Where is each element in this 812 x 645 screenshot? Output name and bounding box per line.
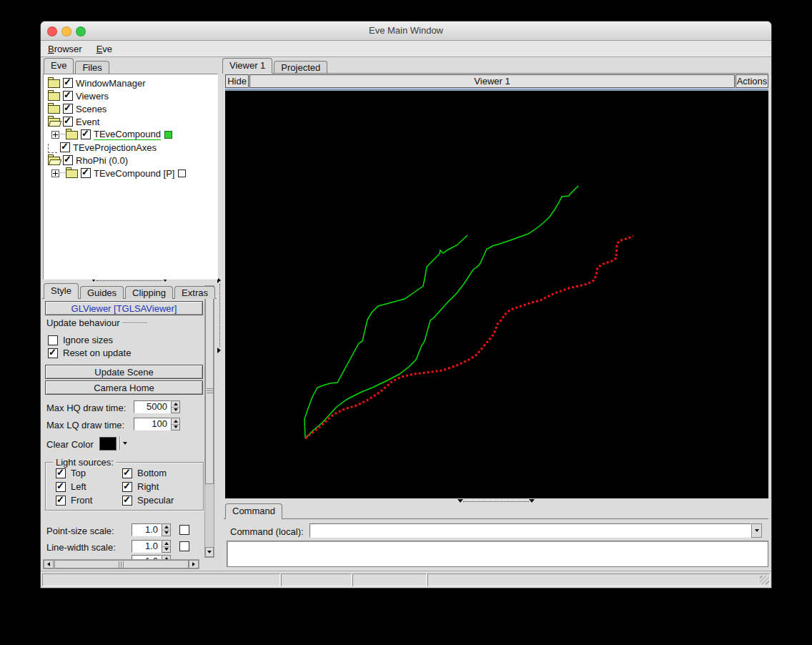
style-horizontal-scrollbar[interactable]: [43, 559, 199, 569]
checkbox-label: Front: [71, 495, 92, 506]
command-input[interactable]: [310, 523, 751, 538]
scroll-down-icon[interactable]: [205, 547, 214, 557]
hide-button[interactable]: Hide: [225, 74, 249, 88]
reset-on-update-checkbox[interactable]: Reset on update: [48, 348, 131, 358]
max-hq-input[interactable]: 5000: [134, 400, 171, 413]
point-size-label: Point-size scale:: [46, 526, 114, 536]
tree-item-checkbox[interactable]: [81, 129, 91, 139]
light-front-checkbox[interactable]: Front: [56, 495, 92, 506]
viewer-title-bar[interactable]: Viewer 1: [249, 74, 735, 88]
spin-up-icon[interactable]: [172, 418, 179, 425]
tree-item-viewers[interactable]: Viewers: [44, 89, 217, 102]
white-square-icon: [178, 169, 186, 177]
resize-grip-icon[interactable]: [760, 576, 769, 584]
actions-button[interactable]: Actions: [736, 74, 768, 88]
camera-home-button[interactable]: Camera Home: [45, 380, 203, 395]
spin-down-icon[interactable]: [162, 547, 170, 553]
color-dropdown-icon[interactable]: [123, 442, 127, 445]
expand-icon[interactable]: [51, 131, 59, 139]
checkbox-icon[interactable]: [56, 482, 66, 492]
checkbox-icon[interactable]: [122, 468, 132, 478]
spin-down-icon[interactable]: [172, 408, 179, 413]
tree-item-tevecompound-p[interactable]: TEveCompound [P]: [44, 167, 217, 179]
light-right-checkbox[interactable]: Right: [122, 481, 159, 492]
point-size-checkbox[interactable]: [179, 525, 189, 535]
light-left-checkbox[interactable]: Left: [56, 481, 86, 492]
menu-browser[interactable]: Browser: [41, 44, 89, 54]
ignore-sizes-checkbox[interactable]: Ignore sizes: [48, 335, 113, 345]
style-tabs: Style Guides Clipping Extras: [44, 284, 217, 299]
spin-down-icon[interactable]: [162, 531, 170, 536]
spin-up-icon[interactable]: [162, 524, 170, 531]
tree-item-rhophi[interactable]: RhoPhi (0.0): [44, 154, 217, 167]
clear-color-swatch[interactable]: [99, 437, 117, 450]
checkbox-icon[interactable]: [48, 348, 58, 358]
menu-eve[interactable]: Eve: [89, 44, 119, 54]
tab-projected[interactable]: Projected: [274, 61, 327, 74]
tab-style[interactable]: Style: [44, 283, 79, 299]
checkbox-icon[interactable]: [48, 335, 58, 345]
tab-guides[interactable]: Guides: [80, 286, 124, 299]
tree-item-checkbox[interactable]: [63, 155, 73, 165]
splitter-collapse-icon[interactable]: [457, 499, 463, 503]
spin-up-icon[interactable]: [172, 401, 179, 408]
tree-item-teveprojectionaxes[interactable]: TEveProjectionAxes: [44, 141, 217, 154]
tree-item-checkbox[interactable]: [63, 91, 73, 101]
checkbox-icon[interactable]: [56, 468, 66, 478]
focus-line: [225, 89, 768, 91]
tab-files[interactable]: Files: [75, 61, 109, 74]
max-hq-spinner[interactable]: [171, 400, 180, 413]
tree-item-event[interactable]: Event: [44, 115, 217, 128]
line-width-spinner[interactable]: [162, 540, 171, 553]
update-scene-button[interactable]: Update Scene: [45, 365, 203, 379]
spin-down-icon[interactable]: [172, 425, 179, 430]
tree-item-checkbox[interactable]: [81, 168, 91, 178]
spin-up-icon[interactable]: [162, 541, 170, 547]
scroll-right-icon[interactable]: [189, 560, 199, 568]
light-bottom-checkbox[interactable]: Bottom: [122, 468, 167, 478]
tree-item-label: Viewers: [76, 91, 109, 102]
command-output[interactable]: [227, 541, 768, 567]
tree-item-checkbox[interactable]: [63, 78, 73, 88]
tree-item-checkbox[interactable]: [63, 104, 73, 114]
glviewer-button[interactable]: GLViewer [TGLSAViewer]: [45, 301, 203, 315]
status-cell: [352, 573, 427, 586]
tab-command[interactable]: Command: [225, 503, 282, 519]
status-cell: [42, 573, 280, 586]
tree-item-checkbox[interactable]: [60, 142, 70, 152]
window-title: Eve Main Window: [41, 25, 771, 36]
checkbox-icon[interactable]: [122, 496, 132, 506]
light-specular-checkbox[interactable]: Specular: [122, 495, 174, 506]
checkbox-icon[interactable]: [56, 496, 66, 506]
checkbox-icon[interactable]: [122, 482, 132, 492]
splitter-collapse-icon[interactable]: [217, 348, 221, 353]
checkbox-label: Reset on update: [63, 348, 131, 358]
tab-eve[interactable]: Eve: [44, 58, 74, 74]
title-bar[interactable]: Eve Main Window: [41, 21, 771, 41]
light-top-checkbox[interactable]: Top: [56, 468, 86, 478]
expand-icon[interactable]: [51, 169, 59, 177]
tree-item-checkbox[interactable]: [63, 117, 73, 127]
tab-clipping[interactable]: Clipping: [125, 286, 173, 299]
splitter-dots: [96, 280, 162, 281]
gl-viewport[interactable]: [225, 89, 768, 498]
max-lq-input[interactable]: 100: [134, 418, 171, 430]
green-track-right: [305, 186, 578, 438]
tab-viewer-1[interactable]: Viewer 1: [222, 58, 272, 74]
splitter-collapse-icon[interactable]: [529, 499, 535, 503]
tree-item-tevecompound[interactable]: TEveCompound: [44, 128, 217, 141]
scrollbar-thumb[interactable]: [54, 560, 189, 568]
command-dropdown-icon[interactable]: [751, 523, 762, 538]
tab-extras[interactable]: Extras: [174, 286, 215, 299]
line-width-input[interactable]: 1.0: [132, 540, 162, 553]
style-vertical-scrollbar[interactable]: [204, 285, 214, 558]
scroll-left-icon[interactable]: [44, 560, 54, 568]
line-width-checkbox[interactable]: [179, 541, 189, 551]
tree-item-windowmanager[interactable]: WindowManager: [44, 77, 217, 89]
tree-item-scenes[interactable]: Scenes: [44, 102, 217, 115]
scrollbar-thumb[interactable]: [205, 297, 214, 484]
track-canvas: [225, 89, 768, 498]
point-size-spinner[interactable]: [162, 523, 171, 536]
point-size-input[interactable]: 1.0: [132, 523, 162, 536]
max-lq-spinner[interactable]: [171, 418, 180, 430]
